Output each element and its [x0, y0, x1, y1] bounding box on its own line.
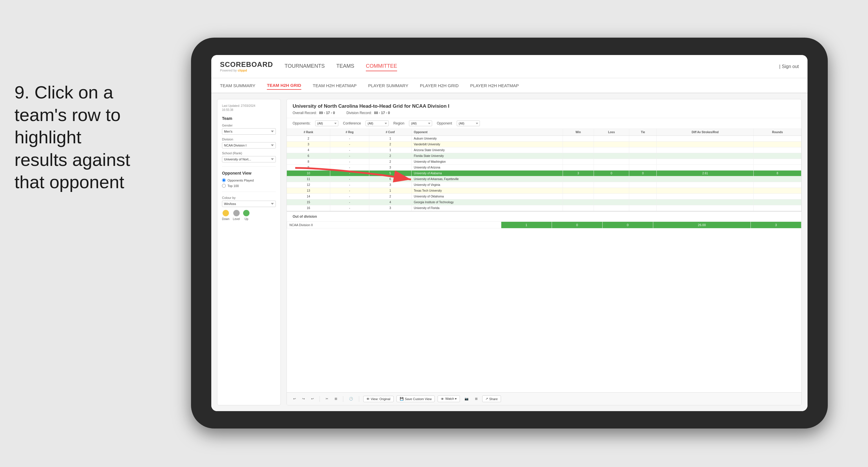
sub-nav-team-h2h-heatmap[interactable]: TEAM H2H HEATMAP [313, 82, 356, 89]
sub-nav-player-h2h-grid[interactable]: PLAYER H2H GRID [420, 82, 459, 89]
table-row[interactable]: 12-3University of Virginia [287, 182, 801, 188]
legend-dot-down [223, 210, 229, 216]
conference-filter[interactable]: (All) [366, 120, 389, 126]
ood-row[interactable]: NCAA Division II 1 0 0 26.00 3 [287, 222, 801, 228]
table-row[interactable]: 2-1Auburn University [287, 136, 801, 142]
opponents-filter[interactable]: (All) [315, 120, 338, 126]
region-filter[interactable]: (All) [409, 120, 432, 126]
opponent-filter[interactable]: (All) [457, 120, 480, 126]
table-row[interactable]: 6-2Florida State University [287, 153, 801, 159]
col-reg: # Reg [330, 129, 369, 136]
col-loss: Loss [594, 129, 629, 136]
out-of-division-header: Out of division [287, 211, 801, 222]
division-record: Division Record: 88 - 17 - 0 [346, 111, 390, 115]
eye-icon: 👁 [366, 397, 370, 401]
filter-panel: Last Updated: 27/03/2024 16:55:38 Team G… [217, 99, 281, 405]
col-rank: # Rank [287, 129, 330, 136]
sub-nav: TEAM SUMMARY TEAM H2H GRID TEAM H2H HEAT… [211, 78, 807, 93]
watch-button[interactable]: 👁 Watch ▾ [438, 396, 460, 402]
nav-item-committee[interactable]: COMMITTEE [366, 62, 397, 71]
gender-select[interactable]: Men's [222, 128, 276, 135]
ood-tie: 0 [602, 222, 653, 228]
legend-down: Down [222, 210, 229, 221]
copy-button[interactable]: ⊞ [333, 396, 339, 402]
grid-button[interactable]: ⊞ [473, 396, 479, 402]
colour-by-label: Colour by [222, 196, 276, 200]
table-row[interactable]: 16-3University of Florida [287, 205, 801, 211]
col-rounds: Rounds [754, 129, 801, 136]
ood-win: 1 [501, 222, 552, 228]
gender-label: Gender [222, 124, 276, 127]
table-row[interactable]: 10-5University of Alabama3002.618 [287, 171, 801, 176]
main-content: Last Updated: 27/03/2024 16:55:38 Team G… [211, 93, 807, 411]
colour-by-select[interactable]: Win/loss [222, 201, 276, 207]
back-button[interactable]: ↩ [309, 396, 315, 402]
sub-nav-player-summary[interactable]: PLAYER SUMMARY [368, 82, 408, 89]
table-row[interactable]: 4-1Arizona State University [287, 147, 801, 153]
logo-scoreboard: SCOREBOARD [220, 61, 273, 68]
table-row[interactable]: 9-3University of Arizona [287, 165, 801, 171]
data-title: University of North Carolina Head-to-Hea… [292, 104, 796, 109]
col-diff: Diff Av Strokes/Rnd [657, 129, 754, 136]
table-row[interactable]: 14-2University of Oklahoma [287, 194, 801, 200]
top-100-option[interactable]: Top 100 [222, 184, 276, 187]
save-custom-view-button[interactable]: 💾 Save Custom View [397, 396, 435, 402]
overall-record: Overall Record: 89 - 17 - 0 [292, 111, 335, 115]
clock-button[interactable]: 🕐 [347, 396, 355, 402]
instruction-block: 9. Click on a team's row to highlight re… [14, 81, 136, 194]
logo-area: SCOREBOARD Powered by clippd [220, 61, 273, 72]
school-rank-select[interactable]: University of Nort... [222, 156, 276, 163]
table-body: 2-1Auburn University3-2Vanderbilt Univer… [287, 136, 801, 211]
save-icon: 💾 [400, 397, 404, 401]
table-row[interactable]: 11-6University of Arkansas, Fayetteville [287, 176, 801, 182]
undo-button[interactable]: ↩ [291, 396, 298, 402]
data-records: Overall Record: 89 - 17 - 0 Division Rec… [292, 111, 796, 115]
sub-nav-team-h2h-grid[interactable]: TEAM H2H GRID [267, 81, 301, 90]
legend-up: Up [243, 210, 249, 221]
toolbar-sep-2 [343, 396, 343, 402]
h2h-table: # Rank # Reg # Conf Opponent Win Loss Ti… [287, 129, 801, 211]
view-original-button[interactable]: 👁 View: Original [363, 396, 394, 402]
share-icon: ↗ [485, 397, 488, 401]
camera-button[interactable]: 📷 [463, 396, 470, 402]
table-row[interactable]: 13-1Texas Tech University [287, 188, 801, 194]
sub-nav-team-summary[interactable]: TEAM SUMMARY [220, 82, 255, 89]
nav-item-teams[interactable]: TEAMS [336, 62, 354, 71]
cut-button[interactable]: ✂ [324, 396, 330, 402]
tablet-device: SCOREBOARD Powered by clippd TOURNAMENTS… [191, 38, 828, 429]
share-button[interactable]: ↗ Share [482, 396, 501, 402]
division-select[interactable]: NCAA Division I [222, 142, 276, 148]
table-row[interactable]: 3-2Vanderbilt University [287, 142, 801, 147]
nav-items: TOURNAMENTS TEAMS COMMITTEE [284, 62, 779, 71]
scene: 9. Click on a team's row to highlight re… [0, 0, 868, 467]
ood-loss: 0 [552, 222, 602, 228]
school-rank-label: School (Rank) [222, 151, 276, 155]
instruction-text: 9. [14, 82, 30, 102]
last-updated: Last Updated: 27/03/2024 16:55:38 [222, 104, 276, 112]
table-header-row: # Rank # Reg # Conf Opponent Win Loss Ti… [287, 129, 801, 136]
col-conf: # Conf [369, 129, 411, 136]
sub-nav-player-h2h-heatmap[interactable]: PLAYER H2H HEATMAP [470, 82, 519, 89]
data-panel: University of North Carolina Head-to-Hea… [286, 99, 802, 405]
logo-name: SCOREBOARD [220, 60, 273, 68]
opponents-played-option[interactable]: Opponents Played [222, 178, 276, 182]
toolbar-sep-3 [359, 396, 359, 402]
table-container: # Rank # Reg # Conf Opponent Win Loss Ti… [287, 129, 801, 392]
legend-dot-up [243, 210, 249, 216]
ood-division: NCAA Division II [287, 222, 501, 228]
nav-bar: SCOREBOARD Powered by clippd TOURNAMENTS… [211, 55, 807, 78]
redo-button[interactable]: ↪ [301, 396, 307, 402]
division-label: Division [222, 138, 276, 141]
opponent-view-title: Opponent View [222, 171, 276, 175]
logo-powered: Powered by clippd [220, 68, 273, 72]
watch-icon: 👁 [441, 397, 444, 401]
ood-diff: 26.00 [653, 222, 750, 228]
sign-out-button[interactable]: | Sign out [779, 64, 799, 69]
nav-item-tournaments[interactable]: TOURNAMENTS [284, 62, 325, 71]
ood-table: NCAA Division II 1 0 0 26.00 3 [287, 222, 801, 228]
table-row[interactable]: 8-2University of Washington [287, 159, 801, 165]
legend-level: Level [233, 210, 240, 221]
tablet-screen: SCOREBOARD Powered by clippd TOURNAMENTS… [211, 55, 807, 411]
table-row[interactable]: 15-4Georgia Institute of Technology [287, 200, 801, 205]
team-filter-title: Team [222, 116, 276, 121]
